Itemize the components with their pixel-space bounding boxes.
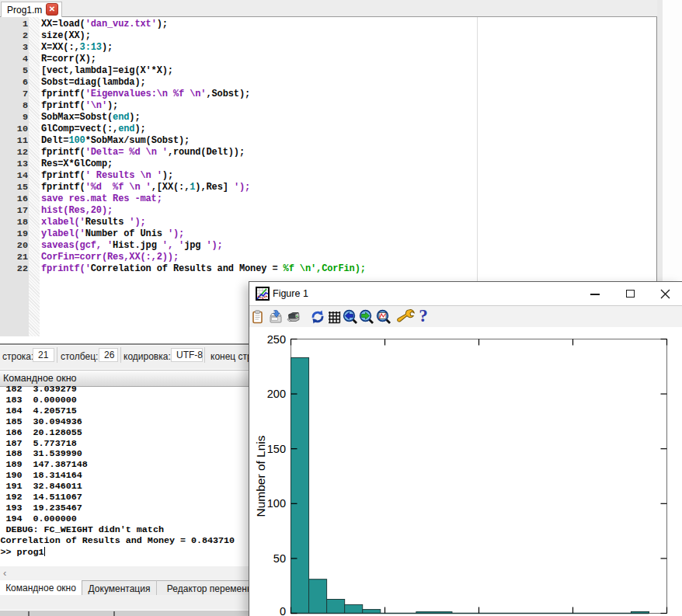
svg-text:150: 150 — [267, 443, 286, 455]
svg-text:100: 100 — [267, 497, 286, 510]
svg-text:0: 0 — [280, 605, 286, 616]
svg-text:50: 50 — [273, 552, 286, 565]
svg-text:250: 250 — [267, 333, 286, 346]
svg-text:Number of Lnis: Number of Lnis — [254, 435, 267, 517]
svg-text:200: 200 — [267, 388, 286, 400]
